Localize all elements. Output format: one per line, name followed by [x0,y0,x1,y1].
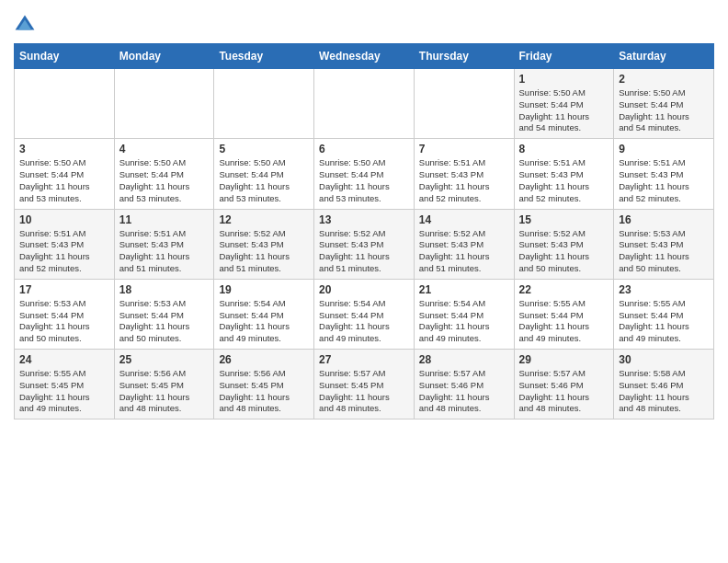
weekday-header-tuesday: Tuesday [214,44,314,69]
day-number: 18 [119,283,210,296]
calendar-cell [414,69,514,139]
calendar-cell: 30Sunrise: 5:58 AM Sunset: 5:46 PM Dayli… [614,350,714,419]
day-info: Sunrise: 5:51 AM Sunset: 5:43 PM Dayligh… [619,157,709,204]
day-number: 11 [119,213,210,226]
day-info: Sunrise: 5:57 AM Sunset: 5:46 PM Dayligh… [419,368,509,415]
day-number: 4 [119,143,210,155]
day-info: Sunrise: 5:51 AM Sunset: 5:43 PM Dayligh… [519,157,609,204]
calendar-cell: 26Sunrise: 5:56 AM Sunset: 5:45 PM Dayli… [214,350,314,419]
calendar-cell: 20Sunrise: 5:54 AM Sunset: 5:44 PM Dayli… [314,279,415,349]
day-info: Sunrise: 5:50 AM Sunset: 5:44 PM Dayligh… [19,157,109,204]
weekday-header-monday: Monday [114,44,214,69]
day-number: 24 [19,353,109,366]
day-number: 2 [619,73,709,86]
day-number: 15 [519,213,609,226]
calendar-cell: 19Sunrise: 5:54 AM Sunset: 5:44 PM Dayli… [214,279,314,349]
day-info: Sunrise: 5:50 AM Sunset: 5:44 PM Dayligh… [119,157,210,204]
day-number: 8 [519,143,609,155]
day-number: 25 [119,353,210,366]
calendar-cell: 21Sunrise: 5:54 AM Sunset: 5:44 PM Dayli… [414,279,514,349]
page: SundayMondayTuesdayWednesdayThursdayFrid… [0,0,728,433]
day-number: 12 [219,213,309,226]
day-info: Sunrise: 5:50 AM Sunset: 5:44 PM Dayligh… [219,157,309,204]
day-info: Sunrise: 5:52 AM Sunset: 5:43 PM Dayligh… [519,228,609,275]
day-info: Sunrise: 5:57 AM Sunset: 5:46 PM Dayligh… [519,368,609,415]
day-number: 30 [619,353,709,366]
calendar-cell: 12Sunrise: 5:52 AM Sunset: 5:43 PM Dayli… [214,209,314,279]
day-info: Sunrise: 5:52 AM Sunset: 5:43 PM Dayligh… [219,228,309,275]
day-number: 21 [419,283,509,296]
day-info: Sunrise: 5:56 AM Sunset: 5:45 PM Dayligh… [119,368,210,415]
calendar-week-row: 24Sunrise: 5:55 AM Sunset: 5:45 PM Dayli… [15,350,714,419]
day-number: 29 [519,353,609,366]
day-number: 20 [319,283,409,296]
calendar-table: SundayMondayTuesdayWednesdayThursdayFrid… [14,43,714,419]
calendar-cell: 23Sunrise: 5:55 AM Sunset: 5:44 PM Dayli… [614,279,714,349]
day-info: Sunrise: 5:55 AM Sunset: 5:44 PM Dayligh… [619,298,709,345]
calendar-cell: 15Sunrise: 5:52 AM Sunset: 5:43 PM Dayli… [514,209,614,279]
day-number: 23 [619,283,709,296]
weekday-header-sunday: Sunday [15,44,115,69]
calendar-cell: 3Sunrise: 5:50 AM Sunset: 5:44 PM Daylig… [15,139,115,209]
calendar-cell: 8Sunrise: 5:51 AM Sunset: 5:43 PM Daylig… [514,139,614,209]
calendar-cell: 1Sunrise: 5:50 AM Sunset: 5:44 PM Daylig… [514,69,614,139]
weekday-header-wednesday: Wednesday [314,44,415,69]
day-number: 14 [419,213,509,226]
day-info: Sunrise: 5:56 AM Sunset: 5:45 PM Dayligh… [219,368,309,415]
calendar-cell: 4Sunrise: 5:50 AM Sunset: 5:44 PM Daylig… [114,139,214,209]
calendar-cell: 13Sunrise: 5:52 AM Sunset: 5:43 PM Dayli… [314,209,415,279]
day-info: Sunrise: 5:53 AM Sunset: 5:44 PM Dayligh… [19,298,109,345]
day-info: Sunrise: 5:50 AM Sunset: 5:44 PM Dayligh… [619,87,709,134]
calendar-week-row: 1Sunrise: 5:50 AM Sunset: 5:44 PM Daylig… [15,69,714,139]
calendar-week-row: 10Sunrise: 5:51 AM Sunset: 5:43 PM Dayli… [15,209,714,279]
day-info: Sunrise: 5:54 AM Sunset: 5:44 PM Dayligh… [319,298,409,345]
day-number: 3 [19,143,109,155]
header [14,9,714,36]
logo [14,9,38,36]
day-number: 5 [219,143,309,155]
weekday-header-saturday: Saturday [614,44,714,69]
day-info: Sunrise: 5:51 AM Sunset: 5:43 PM Dayligh… [419,157,509,204]
calendar-cell: 24Sunrise: 5:55 AM Sunset: 5:45 PM Dayli… [15,350,115,419]
calendar-cell: 5Sunrise: 5:50 AM Sunset: 5:44 PM Daylig… [214,139,314,209]
calendar-cell: 22Sunrise: 5:55 AM Sunset: 5:44 PM Dayli… [514,279,614,349]
calendar-week-row: 3Sunrise: 5:50 AM Sunset: 5:44 PM Daylig… [15,139,714,209]
day-info: Sunrise: 5:53 AM Sunset: 5:43 PM Dayligh… [619,228,709,275]
day-info: Sunrise: 5:53 AM Sunset: 5:44 PM Dayligh… [119,298,210,345]
calendar-week-row: 17Sunrise: 5:53 AM Sunset: 5:44 PM Dayli… [15,279,714,349]
day-number: 22 [519,283,609,296]
day-info: Sunrise: 5:51 AM Sunset: 5:43 PM Dayligh… [119,228,210,275]
day-info: Sunrise: 5:55 AM Sunset: 5:45 PM Dayligh… [19,368,109,415]
day-number: 10 [19,213,109,226]
calendar-cell: 16Sunrise: 5:53 AM Sunset: 5:43 PM Dayli… [614,209,714,279]
day-info: Sunrise: 5:58 AM Sunset: 5:46 PM Dayligh… [619,368,709,415]
day-number: 7 [419,143,509,155]
logo-icon [14,14,36,36]
weekday-header-friday: Friday [514,44,614,69]
calendar-cell: 6Sunrise: 5:50 AM Sunset: 5:44 PM Daylig… [314,139,415,209]
weekday-header-row: SundayMondayTuesdayWednesdayThursdayFrid… [15,44,714,69]
day-number: 17 [19,283,109,296]
calendar-cell: 17Sunrise: 5:53 AM Sunset: 5:44 PM Dayli… [15,279,115,349]
calendar-cell: 11Sunrise: 5:51 AM Sunset: 5:43 PM Dayli… [114,209,214,279]
calendar-cell: 9Sunrise: 5:51 AM Sunset: 5:43 PM Daylig… [614,139,714,209]
calendar-cell: 29Sunrise: 5:57 AM Sunset: 5:46 PM Dayli… [514,350,614,419]
calendar-cell: 2Sunrise: 5:50 AM Sunset: 5:44 PM Daylig… [614,69,714,139]
calendar-cell [314,69,415,139]
day-info: Sunrise: 5:50 AM Sunset: 5:44 PM Dayligh… [319,157,409,204]
day-number: 1 [519,73,609,86]
day-number: 16 [619,213,709,226]
calendar-cell: 10Sunrise: 5:51 AM Sunset: 5:43 PM Dayli… [15,209,115,279]
day-number: 13 [319,213,409,226]
calendar-cell: 7Sunrise: 5:51 AM Sunset: 5:43 PM Daylig… [414,139,514,209]
calendar-cell: 27Sunrise: 5:57 AM Sunset: 5:45 PM Dayli… [314,350,415,419]
day-info: Sunrise: 5:51 AM Sunset: 5:43 PM Dayligh… [19,228,109,275]
day-info: Sunrise: 5:57 AM Sunset: 5:45 PM Dayligh… [319,368,409,415]
calendar-cell: 18Sunrise: 5:53 AM Sunset: 5:44 PM Dayli… [114,279,214,349]
day-info: Sunrise: 5:54 AM Sunset: 5:44 PM Dayligh… [219,298,309,345]
day-info: Sunrise: 5:52 AM Sunset: 5:43 PM Dayligh… [419,228,509,275]
day-number: 26 [219,353,309,366]
calendar-cell [15,69,115,139]
day-number: 19 [219,283,309,296]
weekday-header-thursday: Thursday [414,44,514,69]
